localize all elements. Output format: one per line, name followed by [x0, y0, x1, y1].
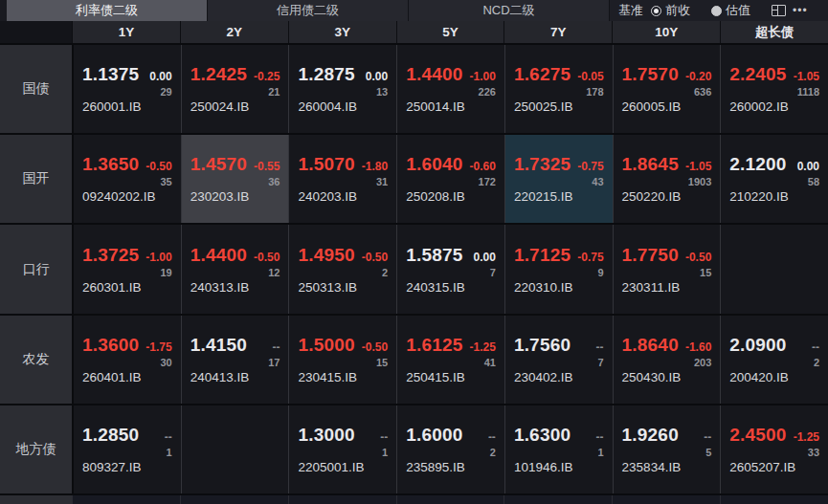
volume-value: 203	[622, 357, 712, 368]
bond-cell[interactable]: 1.8640-1.60203250430.IB	[613, 316, 721, 404]
radio-valuation[interactable]: 估值	[711, 2, 750, 19]
volume-value: 636	[622, 86, 712, 98]
bond-cell[interactable]: 1.4570-0.5536230203.IB	[181, 135, 289, 223]
volume-value: 1903	[622, 176, 712, 187]
bond-cell[interactable]: 1.3725-1.0019260301.IB	[72, 225, 181, 313]
yield-value: 1.7570	[622, 64, 679, 85]
change-value: -0.75	[577, 251, 603, 264]
volume-value: 12	[190, 267, 280, 278]
bond-cell[interactable]: 1.7325-0.7543220215.IB	[504, 135, 613, 223]
change-value: -0.75	[577, 160, 603, 173]
bond-code: 250208.IB	[406, 189, 496, 204]
volume-value: 1	[514, 447, 604, 458]
volume-value: 41	[406, 357, 496, 368]
change-value: --	[488, 430, 496, 444]
column-header-5y: 5Y	[396, 21, 504, 43]
bond-cell[interactable]: 1.58750.007240315.IB	[396, 225, 504, 313]
yield-value: 1.6300	[514, 425, 571, 446]
volume-value: 19	[82, 267, 172, 278]
bond-cell[interactable]: 1.4150--17240413.IB	[181, 316, 289, 404]
bond-cell[interactable]: 1.4400-1.00226250014.IB	[396, 45, 504, 133]
bond-cell[interactable]: 1.6300--1101946.IB	[504, 405, 613, 493]
bond-cell[interactable]: 1.4400-0.5012240313.IB	[181, 225, 289, 313]
yield-value: 1.5000	[298, 335, 354, 356]
change-value: -1.00	[145, 251, 171, 264]
yield-value: 1.2875	[298, 64, 354, 85]
bond-cell[interactable]: 2.4500-1.25332605207.IB	[720, 405, 828, 493]
yield-value: 1.3000	[298, 425, 354, 446]
tab-group: 利率债二级 信用债二级 NCD二级	[0, 0, 610, 21]
bond-code: 240313.IB	[190, 280, 280, 295]
bond-code: 101946.IB	[514, 460, 604, 474]
empty-cell	[720, 225, 828, 313]
volume-value: 30	[82, 357, 172, 368]
bond-cell[interactable]: 2.0900--2200420.IB	[720, 316, 828, 404]
bond-code: 260002.IB	[729, 99, 819, 114]
volume-value: 31	[298, 176, 388, 187]
yield-value: 2.1200	[729, 154, 786, 175]
table-row: 农发1.3600-1.7530260401.IB1.4150--17240413…	[0, 316, 828, 405]
radio-unselected-icon	[711, 6, 722, 16]
yield-value: 1.9260	[622, 425, 679, 446]
volume-value: 17	[190, 357, 280, 368]
bond-cell[interactable]: 1.3600-1.7530260401.IB	[72, 316, 181, 404]
bond-cell[interactable]: 1.8645-1.051903250220.IB	[613, 135, 721, 223]
change-value: -1.25	[470, 340, 496, 354]
bond-code: 250024.IB	[190, 99, 280, 114]
volume-value: 35	[82, 176, 172, 187]
change-value: 0.00	[149, 70, 171, 83]
change-value: -1.00	[470, 70, 496, 83]
bond-cell[interactable]: 1.2850--1809327.IB	[72, 405, 181, 493]
volume-value: 2	[406, 447, 496, 458]
bond-cell[interactable]: 1.28750.0013260004.IB	[288, 45, 396, 133]
bond-cell[interactable]: 1.6040-0.60172250208.IB	[396, 135, 504, 223]
bond-code: 230402.IB	[514, 370, 604, 384]
table-body: 国债1.13750.0029260001.IB1.2425-0.25212500…	[0, 45, 828, 493]
change-value: -0.25	[254, 70, 280, 83]
volume-value: 1118	[729, 86, 819, 98]
bond-cell[interactable]: 2.12000.0058210220.IB	[720, 135, 828, 223]
volume-value: 1	[298, 447, 388, 458]
change-value: --	[596, 430, 604, 444]
column-header-10y: 10Y	[612, 21, 720, 43]
bond-cell[interactable]: 1.3000--12205001.IB	[288, 405, 396, 493]
tab-ncd-secondary[interactable]: NCD二级	[409, 0, 610, 21]
tab-rates-bond-secondary[interactable]: 利率债二级	[7, 0, 208, 21]
more-options-icon[interactable]: •••	[793, 5, 808, 16]
bond-cell[interactable]: 1.6275-0.05178250025.IB	[504, 45, 613, 133]
bond-code: 250430.IB	[622, 370, 712, 384]
bond-cell[interactable]: 1.5000-0.5015230415.IB	[288, 316, 396, 404]
bond-cell[interactable]: 1.9260--5235834.IB	[613, 405, 721, 493]
bond-cell[interactable]: 1.5070-1.8031240203.IB	[288, 135, 396, 223]
bond-cell[interactable]: 1.7750-0.5015230311.IB	[613, 225, 721, 313]
bond-code: 260301.IB	[82, 280, 172, 295]
bond-cell[interactable]: 1.6125-1.2541250415.IB	[396, 316, 504, 404]
bond-cell[interactable]: 1.7125-0.759220310.IB	[504, 225, 613, 313]
tab-credit-bond-secondary[interactable]: 信用债二级	[208, 0, 409, 21]
yield-value: 2.0900	[729, 335, 786, 356]
yield-value: 1.5875	[406, 245, 462, 266]
bond-cell[interactable]: 2.2405-1.051118260002.IB	[720, 45, 828, 133]
change-value: --	[165, 430, 172, 444]
bond-cell[interactable]: 1.7570-0.20636260005.IB	[613, 45, 721, 133]
top-tab-bar: 利率债二级 信用债二级 NCD二级 基准 前收 估值 •••	[0, 0, 828, 21]
bond-cell[interactable]: 1.2425-0.2521250024.IB	[181, 45, 289, 133]
volume-value: 21	[190, 86, 280, 98]
panel-layout-icon[interactable]	[772, 5, 786, 16]
volume-value: 226	[406, 86, 496, 98]
bond-trading-window: 利率债二级 信用债二级 NCD二级 基准 前收 估值 ••• 1Y 2Y 3Y …	[0, 0, 828, 504]
change-value: -0.20	[685, 70, 711, 83]
radio-prev-close[interactable]: 前收	[651, 2, 690, 19]
volume-value: 2	[298, 267, 388, 278]
yield-value: 1.6125	[406, 335, 462, 356]
change-value: -0.50	[362, 251, 388, 264]
change-value: --	[596, 340, 604, 354]
bond-cell[interactable]: 1.3650-0.503509240202.IB	[72, 135, 181, 223]
yield-value: 1.7125	[514, 245, 571, 266]
benchmark-controls: 基准 前收 估值 •••	[610, 0, 828, 21]
bond-cell[interactable]: 1.7560--7230402.IB	[504, 316, 613, 404]
column-header-row: 1Y 2Y 3Y 5Y 7Y 10Y 超长债	[0, 21, 828, 45]
bond-cell[interactable]: 1.13750.0029260001.IB	[72, 45, 181, 133]
bond-cell[interactable]: 1.4950-0.502250313.IB	[288, 225, 396, 313]
bond-cell[interactable]: 1.6000--2235895.IB	[396, 405, 504, 493]
